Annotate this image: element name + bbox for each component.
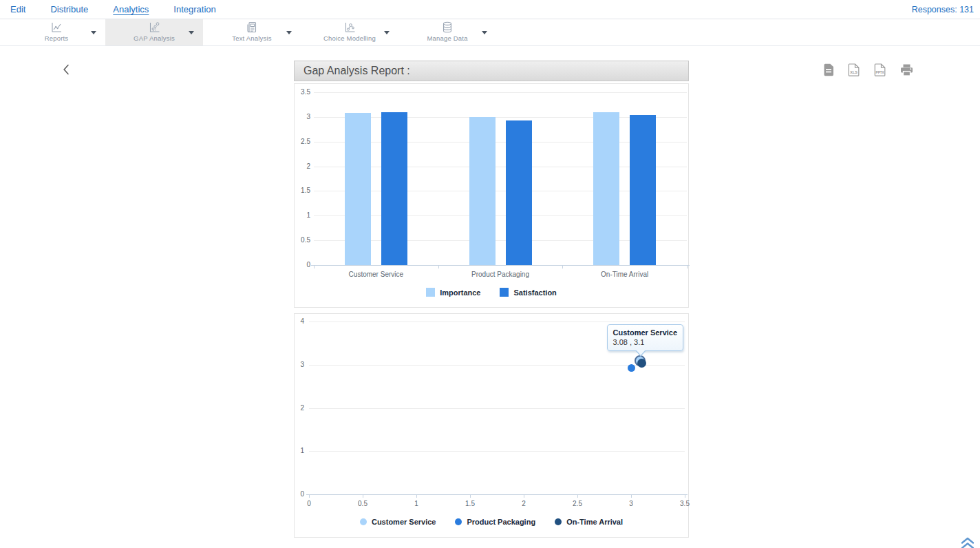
chevron-down-icon[interactable] — [286, 31, 292, 34]
bar-satisfaction-on-time-arrival[interactable] — [630, 115, 656, 265]
legend-item-product-packaging[interactable]: Product Packaging — [455, 518, 535, 526]
legend-label: Satisfaction — [513, 288, 556, 297]
legend-swatch — [426, 288, 435, 297]
chevron-down-icon[interactable] — [91, 31, 96, 34]
nav-item-edit[interactable]: Edit — [10, 4, 25, 14]
x-axis-tick-label: 1 — [406, 500, 427, 508]
y-axis-tick-label: 0 — [295, 261, 310, 269]
x-axis-tick — [363, 494, 363, 498]
x-axis-tick — [687, 265, 688, 268]
doc-file-icon — [823, 63, 834, 79]
bar-importance-on-time-arrival[interactable] — [593, 112, 619, 265]
chevron-left-icon — [63, 65, 70, 77]
legend-label: Customer Service — [372, 518, 436, 526]
gridline — [314, 92, 687, 93]
x-axis-tick-label: 1.5 — [460, 500, 480, 508]
nav-item-analytics[interactable]: Analytics — [113, 4, 149, 14]
export-xls-button[interactable]: XLS — [848, 63, 860, 79]
legend-item-satisfaction[interactable]: Satisfaction — [500, 288, 556, 297]
toolbar-item-text-analysis[interactable]: Text Analysis — [203, 19, 301, 45]
x-axis-tick — [309, 494, 310, 498]
x-axis-tick — [438, 265, 439, 268]
report-title-bar: Gap Analysis Report : — [294, 61, 689, 81]
analytics-toolbar: ReportsGAP AnalysisText AnalysisChoice M… — [0, 19, 980, 46]
chevron-down-icon[interactable] — [189, 31, 194, 34]
tooltip-title: Customer Service — [613, 328, 678, 337]
toolbar-item-label: GAP Analysis — [134, 34, 175, 42]
tooltip-value: 3.08 , 3.1 — [613, 338, 678, 346]
text-doc-icon — [245, 21, 259, 33]
export-pptx-button[interactable]: PPTX — [874, 63, 886, 79]
gridline — [309, 451, 685, 452]
nav-items: EditDistributeAnalyticsIntegration — [0, 4, 216, 14]
x-axis-tick — [631, 494, 632, 498]
x-axis-tick-label: 3 — [621, 500, 641, 508]
svg-text:XLS: XLS — [850, 70, 858, 74]
y-axis-tick-label: 2 — [295, 404, 304, 412]
x-axis-tick — [577, 494, 578, 498]
nav-item-integration[interactable]: Integration — [173, 4, 215, 14]
gap-bar-chart-panel: 00.511.522.533.5Customer ServiceProduct … — [294, 83, 689, 308]
toolbar-item-manage-data[interactable]: Manage Data — [398, 19, 496, 45]
tooltip-arrow — [636, 350, 646, 355]
export-doc-button[interactable] — [823, 63, 834, 79]
x-axis-tick-label: 3.5 — [674, 500, 695, 508]
toolbar-item-label: Text Analysis — [232, 34, 272, 42]
x-axis-tick-label: 0 — [299, 500, 319, 508]
scatter-chart-legend: Customer ServiceProduct PackagingOn-Time… — [295, 518, 688, 526]
toolbar-item-choice-modelling[interactable]: Choice Modelling — [301, 19, 398, 45]
legend-item-on-time-arrival[interactable]: On-Time Arrival — [555, 518, 623, 526]
export-toolbar: XLSPPTX — [823, 63, 913, 79]
toolbar-item-label: Reports — [45, 34, 69, 42]
nav-item-distribute[interactable]: Distribute — [50, 4, 88, 14]
top-navbar: EditDistributeAnalyticsIntegration Respo… — [0, 0, 980, 19]
scatter-point-on-time-arrival[interactable] — [637, 359, 646, 368]
legend-item-importance[interactable]: Importance — [426, 288, 480, 297]
legend-label: Product Packaging — [467, 518, 535, 526]
scroll-to-top-button[interactable] — [960, 536, 975, 548]
y-axis-tick-label: 0.5 — [295, 236, 310, 244]
report-title: Gap Analysis Report : — [303, 65, 410, 77]
responses-count[interactable]: Responses: 131 — [912, 5, 980, 14]
xls-file-icon: XLS — [848, 63, 860, 79]
x-axis-tick-label: 2.5 — [567, 500, 588, 508]
back-button[interactable] — [63, 64, 70, 78]
bar-importance-product-packaging[interactable] — [469, 117, 496, 265]
bubble-chart-icon — [343, 21, 356, 33]
y-axis-tick-label: 4 — [295, 317, 304, 326]
bar-satisfaction-product-packaging[interactable] — [506, 120, 532, 265]
category-label: Customer Service — [314, 271, 438, 278]
svg-text:PPTX: PPTX — [876, 71, 885, 74]
toolbar-item-label: Manage Data — [427, 34, 467, 42]
chevron-down-icon[interactable] — [482, 31, 487, 34]
gridline — [309, 322, 685, 322]
y-axis-tick-label: 3 — [295, 361, 304, 369]
bar-importance-customer-service[interactable] — [345, 113, 371, 265]
pptx-file-icon: PPTX — [874, 63, 886, 79]
y-axis-tick-label: 1 — [295, 211, 310, 220]
y-axis-tick-label: 2 — [295, 162, 310, 171]
line-chart-icon — [50, 21, 63, 33]
category-label: Product Packaging — [438, 271, 563, 278]
legend-dot — [360, 518, 367, 525]
x-axis-tick — [524, 494, 524, 498]
chevron-down-icon[interactable] — [384, 31, 390, 34]
gap-scatter-chart-panel: 0123400.511.522.533.5Customer Service3.0… — [294, 313, 689, 538]
toolbar-item-gap-analysis[interactable]: GAP Analysis — [105, 19, 203, 45]
x-axis-tick — [314, 265, 315, 268]
legend-swatch — [500, 288, 509, 297]
y-axis-tick-label: 0 — [295, 490, 304, 498]
legend-item-customer-service[interactable]: Customer Service — [360, 518, 436, 526]
legend-dot — [555, 518, 562, 525]
scatter-point-product-packaging[interactable] — [628, 364, 635, 372]
x-axis-tick — [470, 494, 471, 498]
bar-satisfaction-customer-service[interactable] — [381, 112, 407, 265]
legend-label: Importance — [440, 288, 480, 297]
y-axis-tick-label: 3.5 — [295, 88, 310, 96]
toolbar-item-reports[interactable]: Reports — [8, 19, 105, 45]
y-axis-tick-label: 3 — [295, 113, 310, 121]
double-chevron-up-icon — [960, 539, 975, 548]
y-axis-tick-label: 2.5 — [295, 138, 310, 146]
export-print-button[interactable] — [900, 64, 913, 79]
gridline — [309, 408, 685, 409]
